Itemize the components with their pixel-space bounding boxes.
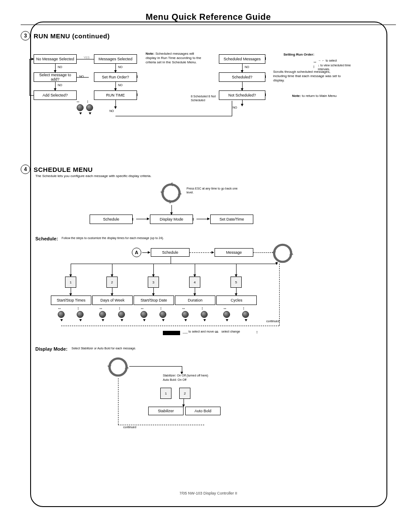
- lbl-no4: NO: [118, 65, 123, 69]
- footer: 7/05 NW-103 Display Controller II: [8, 491, 409, 495]
- lr-icon: ↔: [223, 306, 227, 311]
- ud-icon: ↕: [118, 306, 121, 311]
- svg-marker-7: [107, 365, 111, 368]
- lr-icon: ↔: [76, 99, 80, 104]
- disp-mode-title: Display Mode:: [35, 346, 68, 352]
- nav-dot[interactable]: [242, 311, 249, 318]
- page-title: Menu Quick Reference Guide: [16, 12, 400, 22]
- dm-line2: Auto Bold: On Off: [163, 378, 187, 382]
- dm-sq1: 1: [160, 388, 171, 399]
- sub-sched-desc: Follow the steps to customize the displa…: [62, 236, 164, 240]
- opt-set-datetime: Set Date/Time: [210, 215, 253, 224]
- step-sq-2: 2: [106, 277, 118, 288]
- title-rule: [21, 25, 396, 25]
- sub-message: Message: [215, 248, 253, 257]
- cont: continued: [266, 320, 279, 324]
- row-start-stop-date: Start/Stop Date: [134, 296, 174, 305]
- dm-sq2: 2: [179, 388, 190, 399]
- lr-icon: ↔↕: [313, 59, 317, 69]
- nav-dot[interactable]: [99, 311, 106, 318]
- blackbar-icon: [163, 331, 180, 335]
- lbl-no: NO: [58, 65, 62, 69]
- ud-icon: ↕: [87, 99, 89, 104]
- section3-title: RUN MENU (continued): [34, 32, 110, 40]
- lr-icon: ↔: [99, 306, 103, 311]
- lbl-no7: NO: [245, 65, 249, 69]
- dm-autobold: Auto Bold: [185, 407, 221, 415]
- sched-count: 8 Scheduled 8 Not Scheduled: [191, 95, 217, 103]
- row-duration: Duration: [175, 296, 215, 305]
- node-select-add: Select message to add?: [34, 72, 77, 82]
- step-sq-5: 5: [230, 277, 242, 288]
- nav-dot[interactable]: [86, 104, 93, 111]
- sub-schedule: Schedule: [151, 248, 190, 257]
- lr-icon: ↔: [57, 306, 62, 311]
- section4-title: SCHEDULE MENU: [34, 166, 93, 173]
- svg-marker-6: [125, 366, 129, 369]
- svg-marker-0: [178, 192, 182, 195]
- circle-A: A: [132, 248, 141, 257]
- lr-icon: ↔: [215, 330, 219, 334]
- svg-marker-1: [160, 191, 164, 194]
- note1: Note: Scheduled messages will display in…: [146, 52, 202, 65]
- recycle-icon: [160, 182, 182, 206]
- step-sq-1: 1: [65, 277, 76, 288]
- dm-line1: Stabilizer: On Off (turned off here): [163, 374, 208, 378]
- recycle-note: Press ESC at any time to go back one lev…: [187, 187, 243, 195]
- row-days: Days of Week: [92, 296, 133, 305]
- recycle-icon: [271, 242, 294, 266]
- nav-dot[interactable]: [159, 311, 166, 318]
- svg-marker-2: [170, 182, 173, 186]
- sec3-bottom: Note: to return to Main Menu: [292, 94, 357, 98]
- sro-line2: ↓ to view scheduled time intervals.: [318, 64, 357, 72]
- row-start-stop-times: Start/Stop Times: [51, 296, 91, 305]
- node-not-sched: Not Scheduled?: [219, 90, 265, 100]
- step-4-circle: 4: [21, 165, 30, 174]
- step-3-circle: 3: [21, 31, 30, 40]
- ud-icon: ↕: [256, 330, 258, 334]
- lbl-no6: NO: [109, 109, 114, 113]
- ud-icon: ↕: [160, 306, 162, 311]
- dm-stabilizer: Stabilizer: [148, 407, 184, 415]
- nav-dot[interactable]: [182, 311, 189, 318]
- step-sq-4: 4: [189, 277, 200, 288]
- disp-mode-desc: Select Stabilizer or Auto Bold for each …: [72, 347, 136, 351]
- nav-dot[interactable]: [201, 311, 208, 318]
- sec4-intro: The Schedule lets you configure each mes…: [35, 174, 311, 178]
- node-set-run-order: Set Run Order?: [94, 72, 137, 82]
- sub-sched-title: Schedule:: [35, 236, 58, 242]
- svg-marker-4: [290, 252, 293, 255]
- ud-icon: ↕: [201, 306, 203, 311]
- nav-dot[interactable]: [223, 311, 230, 318]
- step-sq-3: 3: [148, 277, 159, 288]
- lbl-no5: NO: [118, 84, 123, 87]
- bottom-instr: ___ to select and move on.: [183, 330, 219, 334]
- node-no-msg: No Message Selected: [34, 54, 77, 64]
- opt-display-mode: Display Mode: [150, 215, 193, 224]
- nav-dot[interactable]: [140, 311, 147, 318]
- nav-dot[interactable]: [118, 311, 125, 318]
- opt-schedule: Schedule: [90, 215, 133, 224]
- lr-icon: ↔: [140, 306, 144, 311]
- pair-note: select change: [221, 330, 240, 334]
- dm-cont: continued: [123, 426, 136, 429]
- ud-icon: ↕: [243, 306, 245, 311]
- node-scheduled: Scheduled?: [219, 72, 265, 82]
- ud-icon: ↕: [77, 306, 79, 311]
- set-run-order-box: Setting Run Order:: [283, 53, 348, 57]
- node-sched-msgs: Scheduled Messages: [219, 54, 265, 64]
- nav-dot[interactable]: [77, 104, 84, 111]
- node-msgs-selected: Messages Selected: [94, 54, 137, 64]
- lbl-no3: NO: [58, 84, 62, 87]
- recycle-icon: [107, 356, 129, 380]
- row-cycles: Cycles: [216, 296, 257, 305]
- lbl-noR: NO: [233, 106, 237, 110]
- svg-marker-3: [169, 200, 172, 204]
- sro-line1: → ← to select: [318, 59, 337, 63]
- node-add-sel: Add Selected?: [34, 90, 77, 100]
- lr-icon: ↔: [181, 306, 186, 311]
- anno-scroll: Scrolls through scheduled messages, incl…: [273, 70, 342, 83]
- nav-dot[interactable]: [58, 311, 65, 318]
- node-run-time: RUN TIME: [94, 90, 137, 100]
- nav-dot[interactable]: [77, 311, 84, 318]
